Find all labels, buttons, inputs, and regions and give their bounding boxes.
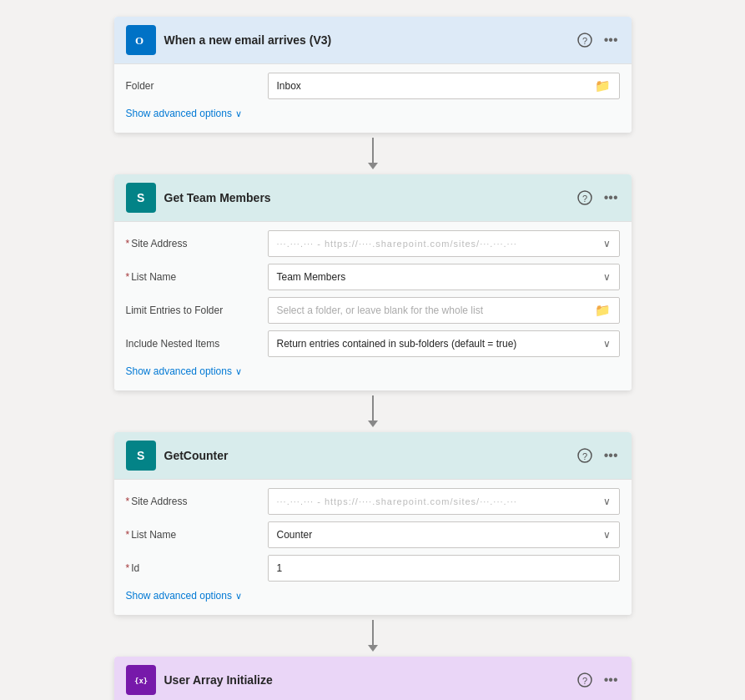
card2-site-address-chevron: ∨ — [603, 238, 611, 249]
connector-1-arrow — [368, 163, 378, 169]
card3-list-name-chevron: ∨ — [603, 529, 611, 541]
card4-more-button[interactable]: ••• — [602, 671, 620, 689]
card1-folder-label: Folder — [126, 80, 268, 92]
card2-limit-folder-row: Limit Entries to Folder Select a folder,… — [126, 297, 620, 324]
connector-1 — [368, 133, 378, 174]
card1-folder-value: Inbox — [277, 80, 301, 92]
card2-limit-folder-input[interactable]: Select a folder, or leave blank for the … — [268, 297, 620, 324]
card1-help-button[interactable]: ? — [576, 31, 594, 49]
card1-folder-row: Folder Inbox 📁 — [126, 73, 620, 99]
svg-text:S: S — [137, 191, 144, 204]
card3-id-label: *Id — [126, 562, 268, 574]
card2-nested-items-row: Include Nested Items Return entries cont… — [126, 330, 620, 357]
card3-list-name-row: *List Name Counter ∨ — [126, 521, 620, 548]
card2-nested-items-chevron: ∨ — [603, 338, 611, 350]
card1-more-button[interactable]: ••• — [602, 31, 620, 49]
card3-actions: ? ••• — [576, 446, 620, 465]
card3-more-button[interactable]: ••• — [602, 446, 620, 465]
card3-site-address-chevron: ∨ — [603, 496, 611, 507]
card3-id-value: 1 — [277, 562, 283, 574]
card2-chevron-icon: ∨ — [235, 366, 242, 377]
svg-text:?: ? — [582, 451, 587, 461]
card2-help-button[interactable]: ? — [576, 189, 594, 207]
card2-header: S Get Team Members ? ••• — [114, 174, 632, 222]
connector-3-line — [372, 620, 374, 645]
card1-actions: ? ••• — [576, 31, 620, 49]
card2-list-name-chevron: ∨ — [603, 271, 611, 283]
card1-body: Folder Inbox 📁 Show advanced options ∨ — [114, 64, 632, 133]
outlook-icon: O — [126, 25, 156, 55]
card1-title: When a new email arrives (V3) — [164, 33, 576, 47]
card2-list-name-input[interactable]: Team Members ∨ — [268, 264, 620, 290]
card2-show-advanced-button[interactable]: Show advanced options ∨ — [126, 364, 242, 379]
card3-chevron-icon: ∨ — [235, 591, 242, 602]
card1-show-advanced-button[interactable]: Show advanced options ∨ — [126, 106, 242, 121]
svg-text:?: ? — [582, 36, 587, 46]
card3-id-input[interactable]: 1 — [268, 555, 620, 582]
card2-list-name-label: *List Name — [126, 271, 268, 283]
svg-text:{x}: {x} — [134, 677, 148, 685]
card2-list-name-value: Team Members — [277, 271, 346, 283]
connector-3 — [368, 615, 378, 657]
card2-list-name-row: *List Name Team Members ∨ — [126, 264, 620, 290]
card3-site-address-input[interactable]: ···.···.··· - https://····.sharepoint.co… — [268, 488, 620, 515]
card2-title: Get Team Members — [164, 191, 576, 204]
card2-more-button[interactable]: ••• — [602, 189, 620, 207]
card3-site-address-value: ···.···.··· - https://····.sharepoint.co… — [277, 496, 517, 506]
card2-body: *Site Address ···.···.··· - https://····… — [114, 222, 632, 390]
svg-text:S: S — [137, 449, 144, 462]
variable-icon: {x} — [126, 665, 156, 695]
connector-3-arrow — [368, 645, 378, 652]
card4-actions: ? ••• — [576, 671, 620, 689]
card4-title: User Array Initialize — [164, 673, 576, 687]
card2-nested-items-label: Include Nested Items — [126, 338, 268, 350]
card3-title: GetCounter — [164, 449, 576, 462]
card2-nested-items-input[interactable]: Return entries contained in sub-folders … — [268, 330, 620, 357]
card2-site-address-label: *Site Address — [126, 238, 268, 249]
card3-list-name-value: Counter — [277, 529, 313, 541]
folder-icon: 📁 — [595, 78, 611, 93]
card2-limit-folder-value: Select a folder, or leave blank for the … — [277, 305, 483, 316]
svg-text:O: O — [135, 34, 143, 47]
card2-folder-icon: 📁 — [595, 303, 611, 318]
card1-header: O When a new email arrives (V3) ? ••• — [114, 17, 632, 64]
card4-help-button[interactable]: ? — [576, 671, 594, 689]
sharepoint-icon-1: S — [126, 183, 156, 213]
card2-site-address-row: *Site Address ···.···.··· - https://····… — [126, 230, 620, 257]
card2-show-advanced-label: Show advanced options — [126, 365, 232, 377]
card2-site-address-value: ···.···.··· - https://····.sharepoint.co… — [277, 239, 517, 249]
card-get-team-members: S Get Team Members ? ••• *S — [114, 174, 632, 390]
card1-folder-input[interactable]: Inbox 📁 — [268, 73, 620, 99]
card2-nested-items-value: Return entries contained in sub-folders … — [277, 338, 517, 350]
svg-text:?: ? — [582, 676, 587, 686]
card3-id-row: *Id 1 — [126, 555, 620, 582]
sharepoint-icon-2: S — [126, 441, 156, 471]
card-user-array-initialize: {x} User Array Initialize ? ••• — [114, 657, 632, 700]
card4-header: {x} User Array Initialize ? ••• — [114, 657, 632, 700]
card3-body: *Site Address ···.···.··· - https://····… — [114, 480, 632, 615]
card3-show-advanced-button[interactable]: Show advanced options ∨ — [126, 588, 242, 603]
card3-list-name-input[interactable]: Counter ∨ — [268, 521, 620, 548]
card3-site-address-label: *Site Address — [126, 496, 268, 507]
card3-list-name-label: *List Name — [126, 529, 268, 541]
card2-site-address-input[interactable]: ···.···.··· - https://····.sharepoint.co… — [268, 230, 620, 257]
card3-site-address-row: *Site Address ···.···.··· - https://····… — [126, 488, 620, 515]
connector-2-line — [372, 395, 374, 421]
svg-text:?: ? — [582, 194, 587, 204]
card2-actions: ? ••• — [576, 189, 620, 207]
card3-help-button[interactable]: ? — [576, 446, 594, 465]
card3-show-advanced-label: Show advanced options — [126, 590, 232, 602]
connector-2-arrow — [368, 421, 378, 427]
card-get-counter: S GetCounter ? ••• *Site Ad — [114, 432, 632, 615]
card-email-trigger: O When a new email arrives (V3) ? ••• — [114, 17, 632, 133]
card3-header: S GetCounter ? ••• — [114, 432, 632, 480]
card1-show-advanced-label: Show advanced options — [126, 108, 232, 119]
connector-2 — [368, 390, 378, 432]
card1-chevron-icon: ∨ — [235, 108, 242, 119]
card2-limit-folder-label: Limit Entries to Folder — [126, 305, 268, 316]
connector-1-line — [372, 138, 374, 163]
